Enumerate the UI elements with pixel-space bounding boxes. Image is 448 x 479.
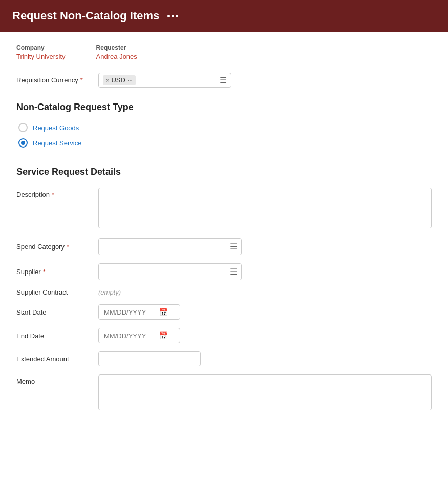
memo-label: Memo xyxy=(16,374,98,385)
company-value: Trinity University xyxy=(16,53,66,60)
radio-service-label: Request Service xyxy=(33,139,81,147)
description-row: Description* xyxy=(16,188,432,230)
end-date-input[interactable]: 📅 xyxy=(98,328,180,343)
company-field: Company Trinity University xyxy=(16,44,66,60)
radio-goods-label: Request Goods xyxy=(33,124,79,132)
radio-service-inner xyxy=(21,141,25,145)
end-date-calendar-icon[interactable]: 📅 xyxy=(159,331,168,340)
requester-label: Requester xyxy=(96,44,137,51)
page-content: Company Trinity University Requester And… xyxy=(0,32,448,476)
radio-service-outer[interactable] xyxy=(18,138,28,148)
currency-remove-icon[interactable]: × xyxy=(106,77,109,84)
spend-category-list-icon[interactable]: ☰ xyxy=(230,242,237,252)
currency-dots-icon[interactable]: ··· xyxy=(127,77,133,84)
extended-amount-row: Extended Amount 0.00 xyxy=(16,351,432,366)
service-details-section: Service Request Details Description* Spe… xyxy=(16,162,432,412)
spend-category-input[interactable]: ☰ xyxy=(98,238,242,255)
start-date-input[interactable]: 📅 xyxy=(98,304,180,320)
currency-label: Requisition Currency* xyxy=(16,76,98,84)
currency-row: Requisition Currency* × USD ··· ☰ xyxy=(16,73,432,88)
spend-category-label: Spend Category* xyxy=(16,243,98,251)
request-type-title: Non-Catalog Request Type xyxy=(16,102,432,113)
memo-field xyxy=(98,374,432,412)
supplier-row: Supplier* ☰ xyxy=(16,263,432,280)
currency-list-icon[interactable]: ☰ xyxy=(220,75,227,85)
request-type-radio-group: Request Goods Request Service xyxy=(18,123,432,148)
page-header: Request Non-Catalog Items xyxy=(0,0,448,32)
description-input[interactable] xyxy=(98,188,432,228)
radio-goods-outer[interactable] xyxy=(18,123,28,132)
memo-row: Memo xyxy=(16,374,432,412)
meta-info: Company Trinity University Requester And… xyxy=(16,44,432,60)
end-date-field[interactable] xyxy=(104,332,155,340)
supplier-contract-empty: (empty) xyxy=(98,288,121,296)
start-date-calendar-icon[interactable]: 📅 xyxy=(159,308,168,316)
supplier-list-icon[interactable]: ☰ xyxy=(230,267,237,277)
description-label: Description* xyxy=(16,188,98,198)
end-date-label: End Date xyxy=(16,332,98,340)
page-title: Request Non-Catalog Items xyxy=(12,9,159,23)
extended-amount-label: Extended Amount xyxy=(16,355,98,363)
supplier-contract-row: Supplier Contract (empty) xyxy=(16,288,432,296)
currency-value: USD xyxy=(111,76,125,84)
radio-request-goods[interactable]: Request Goods xyxy=(18,123,432,132)
start-date-row: Start Date 📅 xyxy=(16,304,432,320)
header-more-options-button[interactable] xyxy=(167,15,178,17)
description-field xyxy=(98,188,432,230)
radio-request-service[interactable]: Request Service xyxy=(18,138,432,148)
footer-actions: Add to Cart Continue Shopping ▼ Cancel xyxy=(0,476,448,479)
end-date-row: End Date 📅 xyxy=(16,328,432,343)
supplier-contract-label: Supplier Contract xyxy=(16,288,98,296)
company-label: Company xyxy=(16,44,66,51)
supplier-label: Supplier* xyxy=(16,268,98,276)
supplier-input[interactable]: ☰ xyxy=(98,263,242,280)
currency-tag: × USD ··· xyxy=(103,75,136,85)
requester-field: Requester Andrea Jones xyxy=(96,44,137,60)
currency-input[interactable]: × USD ··· ☰ xyxy=(98,73,231,88)
extended-amount-input[interactable]: 0.00 xyxy=(98,351,201,366)
start-date-field[interactable] xyxy=(104,308,155,316)
spend-category-row: Spend Category* ☰ xyxy=(16,238,432,255)
service-details-title: Service Request Details xyxy=(16,162,432,177)
start-date-label: Start Date xyxy=(16,308,98,316)
requester-value: Andrea Jones xyxy=(96,53,137,60)
request-type-section: Non-Catalog Request Type Request Goods R… xyxy=(16,102,432,148)
memo-input[interactable] xyxy=(98,374,432,410)
